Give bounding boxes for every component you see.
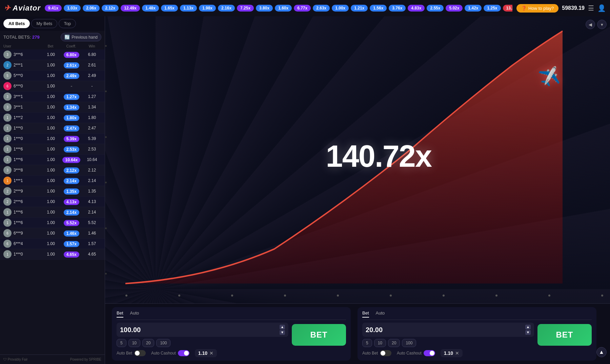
multiplier-badge-23[interactable]: 1.25x (484, 5, 501, 12)
tab-auto-2[interactable]: Auto (376, 310, 385, 318)
username: 3***6 (14, 52, 42, 57)
multiplier-badge-17[interactable]: 1.56x (370, 5, 387, 12)
x-axis-dots (125, 295, 603, 297)
multiplier-badge-2[interactable]: 2.06x (83, 5, 100, 12)
multiplier-badge-11[interactable]: 3.80x (256, 5, 273, 12)
win-amount: - (83, 84, 101, 88)
bet-amount: 1.00 (42, 199, 60, 204)
multiplier-badge-24[interactable]: 13.25x (503, 5, 513, 12)
how-to-play-button[interactable]: ❓ How to play? (516, 4, 558, 13)
multiplier-badge-1[interactable]: 1.03x (64, 5, 81, 12)
multiplier-badge-20[interactable]: 2.55x (427, 5, 444, 12)
tab-all-bets[interactable]: All Bets (3, 19, 30, 28)
username: 1***1 (14, 178, 42, 183)
bet-row: 11***61.005.52x5.52 (0, 218, 105, 228)
auto-cashout-toggle-1[interactable] (178, 350, 189, 356)
tab-my-bets[interactable]: My Bets (31, 19, 57, 28)
coeff-badge: 2.53x (60, 146, 83, 153)
auto-cashout-toggle-2[interactable] (424, 350, 435, 356)
multiplier-badge-5[interactable]: 1.48x (142, 5, 159, 12)
amount-up-2[interactable]: ▲ (525, 325, 531, 329)
multiplier-badge-4[interactable]: 12.49x (121, 5, 140, 12)
multiplier-badge-3[interactable]: 2.12x (102, 5, 119, 12)
history-expand-button[interactable]: ▾ (597, 20, 607, 29)
win-amount: 2.14 (83, 210, 101, 215)
multiplier-badge-19[interactable]: 4.83x (408, 5, 425, 12)
bet-row: 11***01.005.39x5.39 (0, 134, 105, 144)
tab-bet-2[interactable]: Bet (362, 310, 369, 318)
multiplier-badge-9[interactable]: 2.16x (218, 5, 235, 12)
coeff-badge: 4.65x (60, 251, 83, 258)
bet-amount: 1.00 (42, 84, 60, 88)
multiplier-badge-10[interactable]: 7.25x (237, 5, 254, 12)
multiplier-badge-16[interactable]: 1.21x (351, 5, 368, 12)
bet-amount: 1.00 (42, 168, 60, 173)
main-layout: All Bets My Bets Top TOTAL BETS: 279 🔄 P… (0, 16, 610, 364)
quick-20-1[interactable]: 20 (142, 339, 154, 347)
tab-top[interactable]: Top (59, 19, 76, 28)
multiplier-badge-15[interactable]: 1.00x (332, 5, 349, 12)
multiplier-badge-21[interactable]: 5.02x (446, 5, 463, 12)
total-bets-count: 279 (32, 35, 40, 40)
username: 2***1 (14, 63, 42, 67)
auto-bet-toggle-2[interactable] (380, 350, 391, 356)
col-user: User (3, 44, 41, 48)
sidebar-dots (105, 16, 108, 303)
user-button[interactable]: 👤 (597, 4, 606, 12)
bet-amount: 1.00 (42, 63, 60, 67)
quick-10-2[interactable]: 10 (374, 339, 386, 347)
tab-auto-1[interactable]: Auto (130, 310, 139, 318)
quick-5-2[interactable]: 5 (362, 339, 372, 347)
username: 5***0 (14, 73, 42, 78)
amount-up-1[interactable]: ▲ (280, 325, 285, 329)
bet-row: 11***01.002.47x2.47 (0, 123, 105, 134)
amount-down-2[interactable]: ▼ (525, 330, 531, 335)
bet-submit-2[interactable]: BET (537, 324, 592, 346)
avatar: 3 (3, 50, 12, 59)
col-coeff: Coeff. (60, 44, 83, 48)
cashout-clear-2[interactable]: ✕ (455, 350, 459, 356)
multiplier-badge-13[interactable]: 6.77x (294, 5, 311, 12)
scroll-up-button[interactable]: ▲ (596, 347, 607, 357)
total-bets-label: TOTAL BETS: (3, 35, 31, 40)
top-bar: ✈ Aviator 9.41x1.03x2.06x2.12x12.49x1.48… (0, 0, 610, 16)
auto-bet-toggle-1[interactable] (134, 350, 146, 356)
bet-submit-1[interactable]: BET (292, 324, 346, 346)
bet-amount: 1.00 (42, 241, 60, 246)
avatar: 2 (3, 198, 12, 206)
quick-20-2[interactable]: 20 (388, 339, 400, 347)
multiplier-badge-6[interactable]: 1.65x (161, 5, 178, 12)
history-scroll-button[interactable]: ◀ (586, 20, 595, 29)
column-headers: User Bet Coeff. Win (0, 43, 105, 49)
logo: ✈ Aviator (4, 4, 41, 13)
auto-options-1: Auto Bet Auto Cashout 1.10 (117, 349, 346, 357)
multiplier-badge-0[interactable]: 9.41x (45, 5, 62, 12)
multiplier-badge-8[interactable]: 1.98x (199, 5, 216, 12)
bet-panel-2-tabs: Bet Auto (362, 310, 592, 320)
menu-button[interactable]: ☰ (588, 4, 594, 12)
cashout-clear-1[interactable]: ✕ (209, 350, 214, 356)
avatar: 6 (3, 229, 12, 237)
amount-down-1[interactable]: ▼ (280, 330, 285, 335)
quick-5-1[interactable]: 5 (117, 339, 126, 347)
coeff-badge: 1.27x (60, 94, 83, 100)
tab-bet-1[interactable]: Bet (117, 310, 123, 318)
coeff-badge: 2.61x (60, 62, 83, 68)
multiplier-badge-7[interactable]: 1.13x (180, 5, 197, 12)
previous-hand-button[interactable]: 🔄 Previous hand (61, 33, 101, 41)
amount-value-1: 100.00 (120, 326, 278, 334)
multiplier-badge-14[interactable]: 2.63x (313, 5, 330, 12)
col-bet: Bet (41, 44, 60, 48)
bet-row: 66***01.00-- (0, 81, 105, 92)
quick-100-1[interactable]: 100 (156, 339, 170, 347)
multiplier-badge-18[interactable]: 3.76x (389, 5, 406, 12)
win-amount: 2.12 (83, 168, 101, 173)
coeff-badge: 1.80x (60, 115, 83, 121)
bet-row: 66***41.001.57x1.57 (0, 239, 105, 249)
quick-100-2[interactable]: 100 (402, 339, 416, 347)
auto-cashout-label-2: Auto Cashout (397, 350, 435, 356)
x-dot (231, 295, 233, 297)
multiplier-badge-12[interactable]: 1.60x (275, 5, 292, 12)
multiplier-badge-22[interactable]: 1.42x (465, 5, 482, 12)
quick-10-1[interactable]: 10 (128, 339, 140, 347)
